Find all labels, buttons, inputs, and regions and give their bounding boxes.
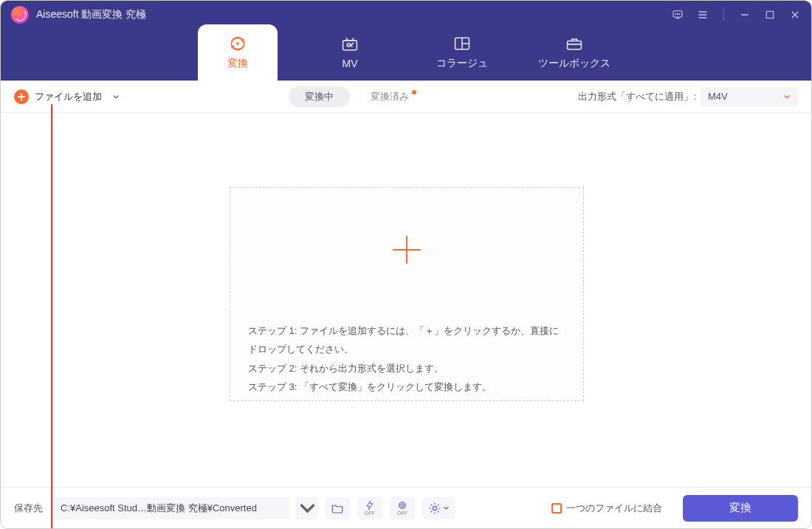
notification-dot: [412, 90, 416, 95]
svg-rect-10: [400, 503, 405, 508]
gpu-state: OFF: [397, 511, 407, 516]
svg-point-1: [675, 13, 676, 14]
maximize-button[interactable]: [764, 9, 776, 21]
lightning-icon: [365, 500, 375, 511]
chevron-down-icon: [297, 498, 317, 518]
gear-icon: [428, 502, 441, 515]
app-logo: [11, 6, 29, 24]
output-format-label: 出力形式「すべてに適用」:: [578, 90, 696, 103]
chevron-down-icon: [443, 505, 450, 511]
step-3: ステップ 3: 「すべて変換」をクリックして変換します。: [248, 378, 565, 396]
merge-checkbox[interactable]: 一つのファイルに結合: [551, 502, 662, 515]
mv-icon: [340, 35, 360, 53]
folder-icon: [331, 502, 344, 515]
plus-icon: [389, 232, 424, 267]
high-speed-toggle[interactable]: OFF: [357, 497, 382, 519]
output-path-field[interactable]: C:¥Aiseesoft Stud…動画変換 究極¥Converted: [53, 497, 289, 519]
svg-rect-9: [568, 41, 582, 50]
chevron-down-icon[interactable]: [112, 93, 120, 100]
convert-label: 変換: [729, 501, 751, 515]
svg-rect-11: [401, 504, 404, 507]
add-file-button[interactable]: ファイルを追加: [14, 89, 120, 104]
collage-icon: [452, 35, 472, 52]
tab-label: 変換: [227, 57, 248, 70]
tab-label: コラージュ: [436, 57, 488, 70]
tab-label: MV: [343, 58, 358, 69]
save-to-label: 保存先: [14, 502, 43, 515]
chevron-down-icon: [783, 93, 791, 100]
output-format-select[interactable]: M4V: [701, 87, 798, 106]
output-path-dropdown[interactable]: [297, 497, 317, 519]
open-folder-button[interactable]: [325, 497, 350, 519]
tab-collage[interactable]: コラージュ: [422, 24, 502, 81]
minimize-button[interactable]: [739, 9, 751, 21]
merge-label: 一つのファイルに結合: [566, 502, 662, 515]
add-file-label: ファイルを追加: [35, 90, 102, 103]
tab-toolbox[interactable]: ツールボックス: [534, 24, 614, 81]
chip-icon: [397, 500, 407, 511]
dropzone-steps: ステップ 1: ファイルを追加するには、「＋」をクリックするか、直接にドロップし…: [230, 311, 583, 409]
step-1: ステップ 1: ファイルを追加するには、「＋」をクリックするか、直接にドロップし…: [248, 321, 565, 359]
segment-converted-label: 変換済み: [371, 91, 409, 102]
convert-icon: [227, 35, 248, 52]
convert-all-button[interactable]: 変換: [683, 495, 798, 522]
checkbox-icon: [551, 503, 562, 513]
app-title: Aiseesoft 動画変換 究極: [36, 8, 146, 21]
toolbox-icon: [564, 35, 585, 52]
high-speed-state: OFF: [365, 511, 375, 516]
svg-point-2: [677, 13, 678, 14]
tab-convert[interactable]: 変換: [198, 24, 278, 81]
output-format-value: M4V: [708, 91, 728, 102]
close-button[interactable]: [789, 9, 801, 21]
feedback-icon[interactable]: [672, 9, 684, 21]
plus-icon: [14, 89, 29, 104]
tab-mv[interactable]: MV: [310, 24, 390, 81]
tab-label: ツールボックス: [538, 57, 610, 70]
menu-icon[interactable]: [697, 9, 709, 21]
svg-point-12: [433, 506, 436, 510]
segment-converted[interactable]: 変換済み: [371, 90, 409, 103]
settings-button[interactable]: [422, 497, 455, 519]
segment-converting[interactable]: 変換中: [289, 86, 350, 107]
step-2: ステップ 2: それから出力形式を選択します。: [248, 359, 565, 378]
svg-point-3: [679, 13, 680, 14]
separator: [723, 9, 724, 21]
dropzone-add-button[interactable]: [230, 188, 583, 311]
svg-rect-4: [766, 11, 773, 18]
gpu-accel-toggle[interactable]: OFF: [390, 497, 415, 519]
dropzone[interactable]: ステップ 1: ファイルを追加するには、「＋」をクリックするか、直接にドロップし…: [230, 187, 584, 401]
